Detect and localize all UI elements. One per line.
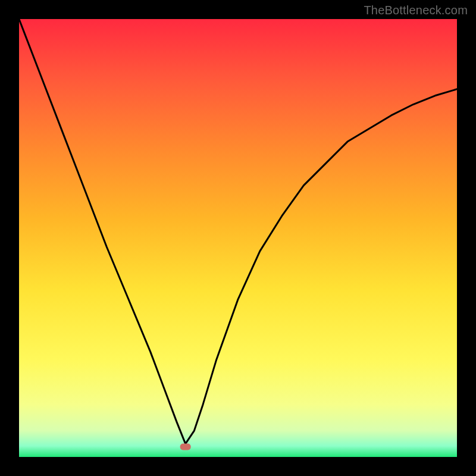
- bottleneck-chart: [19, 19, 457, 457]
- plot-area: [19, 19, 457, 457]
- watermark-text: TheBottleneck.com: [364, 4, 468, 17]
- gradient-background: [19, 19, 457, 457]
- optimal-marker: [180, 444, 191, 450]
